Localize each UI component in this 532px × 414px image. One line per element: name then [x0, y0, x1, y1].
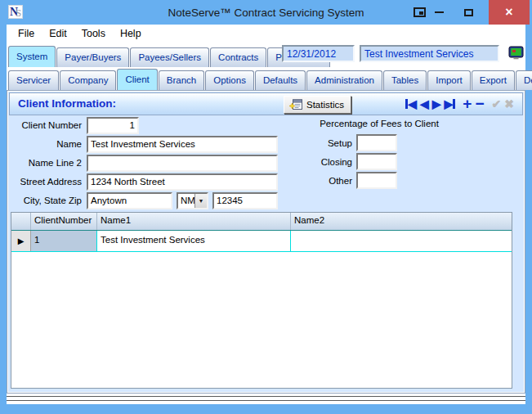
chevron-down-icon: ▼	[199, 198, 204, 204]
nav-cancel-button[interactable]: ✖	[504, 97, 514, 110]
system-tabstrip: Servicer Company Client Branch Options D…	[8, 69, 532, 90]
tab-defaults[interactable]: Defaults	[255, 70, 306, 90]
record-nav-toolbar: ◀ ◀ ▶ ▶ + − ✔ ✖	[405, 97, 514, 110]
last-bar-icon	[453, 99, 455, 109]
tab-company[interactable]: Company	[60, 70, 116, 90]
app-window: { "window": { "title": "NoteServe™ Contr…	[0, 0, 532, 414]
post-check-icon: ✔	[492, 97, 502, 110]
other-input[interactable]	[356, 172, 397, 189]
statistics-icon	[289, 99, 302, 110]
client-number-label: Client Number	[7, 120, 87, 130]
panel-header: Client Information: Statistics ◀ ◀ ▶ ▶ +	[9, 92, 523, 115]
menubar: File Edit Tools Help	[7, 25, 525, 43]
nav-next-button[interactable]: ▶	[432, 97, 441, 110]
state-value: NM	[181, 196, 195, 205]
nav-post-button[interactable]: ✔	[492, 97, 502, 110]
nav-first-button[interactable]: ◀	[405, 97, 417, 110]
tab-import[interactable]: Import	[427, 70, 471, 90]
minimize-button[interactable]	[425, 0, 453, 25]
other-label: Other	[314, 176, 356, 186]
close-icon: ×	[505, 5, 512, 20]
tab-payer-buyers[interactable]: Payer/Buyers	[56, 47, 129, 67]
display-toggle-icon[interactable]	[414, 7, 426, 17]
tab-tables[interactable]: Tables	[383, 70, 427, 90]
cancel-x-icon: ✖	[504, 97, 514, 110]
city-state-zip-row: City, State Zip NM ▼	[7, 191, 278, 209]
grid-cell-name2[interactable]	[291, 231, 512, 251]
grid-row[interactable]: ▶ 1 Test Investment Services	[11, 231, 512, 252]
nav-delete-button[interactable]: −	[475, 98, 484, 110]
fees-closing-row: Closing	[314, 153, 397, 170]
close-button[interactable]: ×	[489, 0, 530, 25]
system-date-field[interactable]: 12/31/2012	[282, 45, 355, 62]
tab-servicer[interactable]: Servicer	[8, 70, 59, 90]
state-combobox[interactable]: NM ▼	[177, 192, 208, 209]
maximize-icon	[464, 9, 473, 16]
system-sub-tab-row: Servicer Company Client Branch Options D…	[7, 69, 525, 90]
city-state-zip-label: City, State Zip	[7, 196, 87, 205]
setup-input[interactable]	[356, 134, 397, 151]
name-line-2-row: Name Line 2	[7, 154, 278, 172]
nav-next-icon: ▶	[432, 97, 441, 110]
tab-client[interactable]: Client	[117, 69, 157, 90]
maximize-button[interactable]	[454, 0, 482, 25]
nav-last-icon: ▶	[445, 97, 454, 110]
row-selector-arrow-icon: ▶	[18, 236, 25, 245]
name-label: Name	[7, 139, 87, 149]
statistics-button[interactable]: Statistics	[284, 96, 351, 114]
grid-column-clientnumber[interactable]: ClientNumber	[31, 213, 97, 230]
client-grid[interactable]: ClientNumber Name1 Name2 ▶ 1 Test Invest…	[11, 212, 512, 389]
tab-system[interactable]: System	[8, 46, 56, 67]
name-line-2-input[interactable]	[87, 155, 278, 172]
state-dropdown-button[interactable]: ▼	[194, 194, 207, 208]
menu-tools[interactable]: Tools	[74, 28, 113, 39]
grid-corner-cell	[11, 213, 31, 230]
tab-export[interactable]: Export	[472, 70, 515, 90]
nav-prior-button[interactable]: ◀	[420, 97, 429, 110]
fees-section-title: Percentage of Fees to Client	[293, 119, 465, 128]
row-selector-cell[interactable]: ▶	[11, 231, 31, 251]
menu-edit[interactable]: Edit	[42, 28, 74, 39]
grid-header-row: ClientNumber Name1 Name2	[11, 213, 512, 231]
menu-help[interactable]: Help	[113, 28, 149, 39]
delete-icon: −	[475, 98, 484, 110]
monitor-icon[interactable]	[507, 44, 525, 62]
status-strip	[7, 394, 525, 404]
status-strip-line-1	[7, 396, 525, 397]
nav-prior-icon: ◀	[420, 97, 429, 110]
name-input[interactable]	[87, 136, 278, 153]
statistics-label: Statistics	[306, 100, 344, 110]
fees-other-row: Other	[314, 172, 397, 189]
tab-contracts[interactable]: Contracts	[210, 47, 266, 67]
name-row: Name	[7, 135, 278, 153]
client-number-input[interactable]	[87, 117, 139, 134]
main-tab-row: System Payer/Buyers Payees/Sellers Contr…	[7, 43, 525, 67]
titlebar: N S NoteServe™ Contract Servicing System…	[0, 0, 532, 25]
street-address-label: Street Address	[7, 177, 87, 187]
grid-column-name1[interactable]: Name1	[97, 213, 291, 230]
tab-payees-sellers[interactable]: Payees/Sellers	[130, 47, 209, 67]
client-panel: Client Information: Statistics ◀ ◀ ▶ ▶ +	[7, 90, 525, 394]
street-address-row: Street Address	[7, 173, 278, 191]
city-input[interactable]	[87, 192, 172, 209]
nav-last-button[interactable]: ▶	[445, 97, 456, 110]
grid-cell-name1[interactable]: Test Investment Services	[97, 231, 291, 251]
grid-cell-clientnumber[interactable]: 1	[31, 231, 97, 251]
street-address-input[interactable]	[87, 173, 278, 191]
tab-administration[interactable]: Administration	[306, 70, 382, 90]
fees-setup-row: Setup	[314, 134, 397, 151]
active-client-field[interactable]: Test Investment Services	[360, 45, 499, 62]
nav-insert-button[interactable]: +	[463, 98, 472, 110]
tab-branch[interactable]: Branch	[159, 70, 204, 90]
app-client-area: File Edit Tools Help System Payer/Buyers…	[7, 25, 525, 404]
tab-design[interactable]: Design	[516, 70, 532, 90]
grid-column-name2[interactable]: Name2	[291, 213, 512, 230]
zip-input[interactable]	[212, 192, 278, 209]
menu-file[interactable]: File	[11, 28, 42, 39]
client-number-row: Client Number	[7, 116, 139, 134]
status-strip-line-2	[7, 400, 525, 401]
tab-options[interactable]: Options	[205, 70, 254, 90]
closing-input[interactable]	[356, 153, 397, 170]
monitor-icon-art	[508, 46, 524, 61]
page-title: Client Information:	[18, 97, 116, 110]
